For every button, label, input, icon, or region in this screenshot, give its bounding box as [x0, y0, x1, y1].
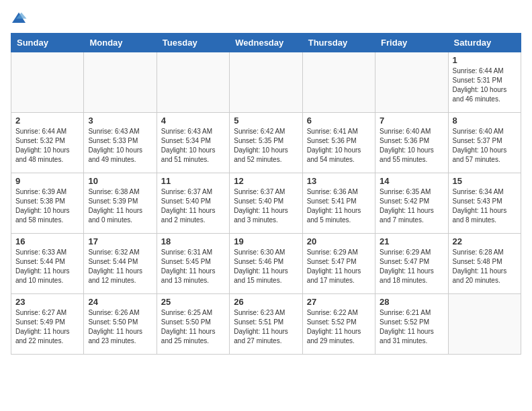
calendar-cell: 28Sunrise: 6:21 AM Sunset: 5:52 PM Dayli… — [375, 294, 448, 355]
day-info: Sunrise: 6:21 AM Sunset: 5:52 PM Dayligh… — [380, 308, 443, 346]
calendar-cell: 5Sunrise: 6:42 AM Sunset: 5:35 PM Daylig… — [230, 113, 302, 173]
calendar-cell: 12Sunrise: 6:37 AM Sunset: 5:40 PM Dayli… — [230, 173, 302, 234]
day-info: Sunrise: 6:28 AM Sunset: 5:48 PM Dayligh… — [453, 248, 517, 285]
day-info: Sunrise: 6:29 AM Sunset: 5:47 PM Dayligh… — [307, 248, 371, 285]
calendar-cell — [157, 52, 229, 113]
day-number: 12 — [234, 176, 298, 186]
day-number: 23 — [15, 297, 79, 307]
day-info: Sunrise: 6:31 AM Sunset: 5:45 PM Dayligh… — [161, 248, 225, 285]
day-info: Sunrise: 6:40 AM Sunset: 5:36 PM Dayligh… — [380, 127, 443, 165]
calendar-cell: 24Sunrise: 6:26 AM Sunset: 5:50 PM Dayli… — [84, 294, 157, 355]
calendar-cell: 9Sunrise: 6:39 AM Sunset: 5:38 PM Daylig… — [11, 173, 84, 234]
calendar-cell: 4Sunrise: 6:43 AM Sunset: 5:34 PM Daylig… — [157, 113, 229, 173]
week-row-4: 16Sunrise: 6:33 AM Sunset: 5:44 PM Dayli… — [11, 234, 521, 294]
calendar-cell: 16Sunrise: 6:33 AM Sunset: 5:44 PM Dayli… — [11, 234, 84, 294]
calendar: SundayMondayTuesdayWednesdayThursdayFrid… — [11, 33, 521, 355]
calendar-cell — [11, 52, 84, 113]
calendar-cell: 15Sunrise: 6:34 AM Sunset: 5:43 PM Dayli… — [448, 173, 521, 234]
header — [11, 11, 521, 25]
day-info: Sunrise: 6:41 AM Sunset: 5:36 PM Dayligh… — [307, 127, 371, 165]
logo-icon — [11, 11, 27, 25]
day-info: Sunrise: 6:37 AM Sunset: 5:40 PM Dayligh… — [161, 187, 225, 225]
day-number: 3 — [88, 116, 152, 126]
day-info: Sunrise: 6:42 AM Sunset: 5:35 PM Dayligh… — [234, 127, 298, 165]
calendar-cell: 10Sunrise: 6:38 AM Sunset: 5:39 PM Dayli… — [84, 173, 157, 234]
calendar-cell: 13Sunrise: 6:36 AM Sunset: 5:41 PM Dayli… — [302, 173, 375, 234]
calendar-cell: 11Sunrise: 6:37 AM Sunset: 5:40 PM Dayli… — [157, 173, 229, 234]
calendar-cell: 2Sunrise: 6:44 AM Sunset: 5:32 PM Daylig… — [11, 113, 84, 173]
weekday-header-tuesday: Tuesday — [157, 34, 229, 52]
day-info: Sunrise: 6:25 AM Sunset: 5:50 PM Dayligh… — [161, 308, 225, 346]
day-number: 25 — [161, 297, 225, 307]
weekday-header-thursday: Thursday — [302, 34, 375, 52]
day-info: Sunrise: 6:26 AM Sunset: 5:50 PM Dayligh… — [88, 308, 152, 346]
day-info: Sunrise: 6:39 AM Sunset: 5:38 PM Dayligh… — [15, 187, 79, 225]
day-info: Sunrise: 6:27 AM Sunset: 5:49 PM Dayligh… — [15, 308, 79, 346]
calendar-cell: 7Sunrise: 6:40 AM Sunset: 5:36 PM Daylig… — [375, 113, 448, 173]
day-info: Sunrise: 6:35 AM Sunset: 5:42 PM Dayligh… — [380, 187, 443, 225]
day-number: 2 — [15, 116, 79, 126]
week-row-1: 1Sunrise: 6:44 AM Sunset: 5:31 PM Daylig… — [11, 52, 521, 113]
day-number: 9 — [15, 176, 79, 186]
day-info: Sunrise: 6:32 AM Sunset: 5:44 PM Dayligh… — [88, 248, 152, 285]
day-number: 21 — [380, 236, 443, 246]
calendar-cell: 26Sunrise: 6:23 AM Sunset: 5:51 PM Dayli… — [230, 294, 302, 355]
day-number: 19 — [234, 236, 298, 246]
day-number: 16 — [15, 236, 79, 246]
day-number: 6 — [307, 116, 371, 126]
week-row-5: 23Sunrise: 6:27 AM Sunset: 5:49 PM Dayli… — [11, 294, 521, 355]
day-number: 24 — [88, 297, 152, 307]
weekday-header-wednesday: Wednesday — [230, 34, 302, 52]
weekday-header-saturday: Saturday — [448, 34, 521, 52]
calendar-cell: 17Sunrise: 6:32 AM Sunset: 5:44 PM Dayli… — [84, 234, 157, 294]
week-row-3: 9Sunrise: 6:39 AM Sunset: 5:38 PM Daylig… — [11, 173, 521, 234]
day-number: 8 — [453, 116, 517, 126]
day-info: Sunrise: 6:36 AM Sunset: 5:41 PM Dayligh… — [307, 187, 371, 225]
calendar-cell: 27Sunrise: 6:22 AM Sunset: 5:52 PM Dayli… — [302, 294, 375, 355]
day-info: Sunrise: 6:43 AM Sunset: 5:33 PM Dayligh… — [88, 127, 152, 165]
day-number: 10 — [88, 176, 152, 186]
day-number: 20 — [307, 236, 371, 246]
weekday-header-monday: Monday — [84, 34, 157, 52]
day-info: Sunrise: 6:29 AM Sunset: 5:47 PM Dayligh… — [380, 248, 443, 285]
day-number: 17 — [88, 236, 152, 246]
calendar-cell — [302, 52, 375, 113]
day-info: Sunrise: 6:30 AM Sunset: 5:46 PM Dayligh… — [234, 248, 298, 285]
calendar-cell: 8Sunrise: 6:40 AM Sunset: 5:37 PM Daylig… — [448, 113, 521, 173]
calendar-cell: 18Sunrise: 6:31 AM Sunset: 5:45 PM Dayli… — [157, 234, 229, 294]
calendar-cell — [375, 52, 448, 113]
calendar-cell — [448, 294, 521, 355]
week-row-2: 2Sunrise: 6:44 AM Sunset: 5:32 PM Daylig… — [11, 113, 521, 173]
day-number: 5 — [234, 116, 298, 126]
day-info: Sunrise: 6:34 AM Sunset: 5:43 PM Dayligh… — [453, 187, 517, 225]
day-info: Sunrise: 6:33 AM Sunset: 5:44 PM Dayligh… — [15, 248, 79, 285]
calendar-cell: 21Sunrise: 6:29 AM Sunset: 5:47 PM Dayli… — [375, 234, 448, 294]
calendar-cell: 6Sunrise: 6:41 AM Sunset: 5:36 PM Daylig… — [302, 113, 375, 173]
calendar-cell: 25Sunrise: 6:25 AM Sunset: 5:50 PM Dayli… — [157, 294, 229, 355]
day-info: Sunrise: 6:40 AM Sunset: 5:37 PM Dayligh… — [453, 127, 517, 165]
day-number: 18 — [161, 236, 225, 246]
calendar-cell: 1Sunrise: 6:44 AM Sunset: 5:31 PM Daylig… — [448, 52, 521, 113]
day-number: 7 — [380, 116, 443, 126]
day-number: 22 — [453, 236, 517, 246]
calendar-cell: 23Sunrise: 6:27 AM Sunset: 5:49 PM Dayli… — [11, 294, 84, 355]
day-number: 1 — [453, 55, 517, 65]
weekday-header-friday: Friday — [375, 34, 448, 52]
day-info: Sunrise: 6:38 AM Sunset: 5:39 PM Dayligh… — [88, 187, 152, 225]
day-number: 26 — [234, 297, 298, 307]
day-number: 28 — [380, 297, 443, 307]
day-number: 4 — [161, 116, 225, 126]
calendar-cell: 14Sunrise: 6:35 AM Sunset: 5:42 PM Dayli… — [375, 173, 448, 234]
day-info: Sunrise: 6:22 AM Sunset: 5:52 PM Dayligh… — [307, 308, 371, 346]
day-info: Sunrise: 6:44 AM Sunset: 5:31 PM Dayligh… — [453, 66, 517, 104]
day-info: Sunrise: 6:23 AM Sunset: 5:51 PM Dayligh… — [234, 308, 298, 346]
calendar-cell: 22Sunrise: 6:28 AM Sunset: 5:48 PM Dayli… — [448, 234, 521, 294]
day-number: 11 — [161, 176, 225, 186]
day-number: 14 — [380, 176, 443, 186]
logo — [11, 11, 30, 25]
weekday-header-row: SundayMondayTuesdayWednesdayThursdayFrid… — [11, 34, 521, 52]
weekday-header-sunday: Sunday — [11, 34, 84, 52]
calendar-cell: 19Sunrise: 6:30 AM Sunset: 5:46 PM Dayli… — [230, 234, 302, 294]
day-info: Sunrise: 6:37 AM Sunset: 5:40 PM Dayligh… — [234, 187, 298, 225]
day-number: 13 — [307, 176, 371, 186]
